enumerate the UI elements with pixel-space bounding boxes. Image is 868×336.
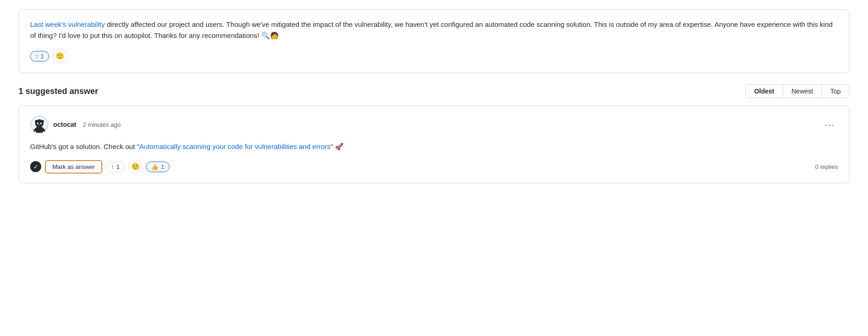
answer-card: octocat 2 minutes ago ··· GitHub's got a… xyxy=(19,106,849,183)
smiley-face-icon: 🙂 xyxy=(131,162,140,171)
upvote-arrow-icon: ↑ xyxy=(111,163,114,170)
answer-link[interactable]: Automatically scanning your code for vul… xyxy=(139,143,331,150)
answer-footer: ✓ Mark as answer ↑ 1 🙂 👍 1 0 replies xyxy=(30,160,838,174)
reactions-row: ↑ 1 🙂 xyxy=(30,49,838,63)
svg-point-2 xyxy=(35,120,38,123)
answer-body: GitHub's got a solution. Check out "Auto… xyxy=(30,141,838,152)
comment-body-text: directly affected our project and users.… xyxy=(30,20,833,39)
comment-card: Last week's vulnerability directly affec… xyxy=(19,9,849,73)
smiley-icon: 🙂 xyxy=(56,52,64,60)
avatar xyxy=(30,115,49,134)
checkmark-icon: ✓ xyxy=(33,163,38,170)
upvote-count: 1 xyxy=(41,53,44,60)
svg-point-4 xyxy=(37,123,38,124)
octocat-icon xyxy=(31,116,48,133)
mark-answer-label: Mark as answer xyxy=(52,163,95,170)
answers-title: 1 suggested answer xyxy=(19,87,98,96)
vulnerability-link[interactable]: Last week's vulnerability xyxy=(30,20,105,28)
sort-top-button[interactable]: Top xyxy=(822,85,849,98)
comment-body: Last week's vulnerability directly affec… xyxy=(30,19,838,41)
upvote-button[interactable]: ↑ 1 xyxy=(30,51,49,62)
answer-actions: ✓ Mark as answer ↑ 1 🙂 👍 1 xyxy=(30,160,170,174)
answer-body-prefix: GitHub's got a solution. Check out " xyxy=(30,143,139,150)
svg-point-6 xyxy=(38,124,41,125)
mark-as-answer-button[interactable]: Mark as answer xyxy=(45,160,102,174)
upvote-arrow-icon: ↑ xyxy=(35,53,38,60)
check-circle-icon: ✓ xyxy=(30,161,41,172)
svg-point-5 xyxy=(40,123,42,124)
sort-newest-button[interactable]: Newest xyxy=(783,85,822,98)
answer-body-suffix: " 🚀 xyxy=(331,143,344,150)
svg-point-3 xyxy=(41,120,44,123)
answer-author-row: octocat 2 minutes ago xyxy=(30,115,120,134)
sort-oldest-button[interactable]: Oldest xyxy=(746,85,783,98)
thumbs-up-reaction-button[interactable]: 👍 1 xyxy=(146,162,169,172)
answer-time: 2 minutes ago xyxy=(83,121,121,128)
answer-header: octocat 2 minutes ago ··· xyxy=(30,115,838,134)
sort-buttons-group: Oldest Newest Top xyxy=(745,84,849,98)
replies-count: 0 replies xyxy=(815,163,838,170)
author-name: octocat xyxy=(53,121,76,128)
answer-emoji-picker-button[interactable]: 🙂 xyxy=(128,160,142,174)
more-options-button[interactable]: ··· xyxy=(822,118,838,131)
page-container: Last week's vulnerability directly affec… xyxy=(0,0,868,193)
emoji-picker-button[interactable]: 🙂 xyxy=(53,49,68,63)
answer-upvote-button[interactable]: ↑ 1 xyxy=(106,162,125,172)
thumbs-up-emoji: 👍 xyxy=(151,163,158,170)
answers-header: 1 suggested answer Oldest Newest Top xyxy=(19,84,849,98)
answer-upvote-count: 1 xyxy=(116,163,120,170)
thumbs-up-count: 1 xyxy=(161,163,164,170)
